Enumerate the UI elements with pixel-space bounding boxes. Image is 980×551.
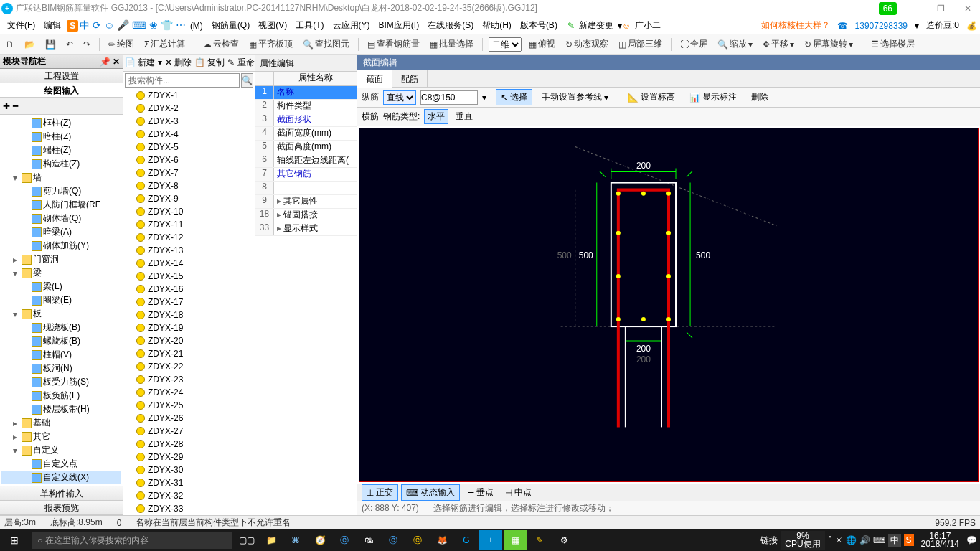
menu-bim[interactable]: BIM应用(I) xyxy=(374,19,424,32)
component-item[interactable]: ZDYX-32 xyxy=(123,489,255,502)
property-row[interactable]: 7其它钢筋 xyxy=(255,168,357,182)
mid-btn[interactable]: ⊣ 中点 xyxy=(501,485,536,500)
draw-btn[interactable]: ✏ 绘图 xyxy=(105,38,137,50)
tree-item[interactable]: 人防门框墙(RF xyxy=(1,198,121,212)
topview-btn[interactable]: ▦ 俯视 xyxy=(526,38,558,50)
ie-icon[interactable]: ⓔ xyxy=(333,530,356,550)
pin-icon[interactable]: 📌 ✕ xyxy=(100,57,120,67)
dyn-btn[interactable]: ↻ 动态观察 xyxy=(562,38,611,50)
sel-floor-btn[interactable]: ☰ 选择楼层 xyxy=(868,38,918,50)
zoom-btn[interactable]: 🔍 缩放 ▾ xyxy=(715,38,755,50)
property-row[interactable]: 5截面高度(mm) xyxy=(255,141,357,154)
tree-item[interactable]: 板受力筋(S) xyxy=(1,375,121,389)
component-item[interactable]: ZDYX-2 xyxy=(123,102,255,115)
tree-item[interactable]: 板洞(N) xyxy=(1,362,121,375)
tray-up-icon[interactable]: ˄ xyxy=(828,535,832,545)
set-elev-btn[interactable]: 📐 设置标高 xyxy=(623,89,680,105)
menu-view[interactable]: 视图(V) xyxy=(254,19,291,32)
tree-item[interactable]: ▸ 其它 xyxy=(1,430,121,443)
component-item[interactable]: ZDYX-11 xyxy=(123,218,255,231)
menu-m[interactable]: (M) xyxy=(186,21,207,31)
ref-line-btn[interactable]: 手动设置参考线 ▾ xyxy=(537,89,613,105)
tree-item[interactable]: 板负筋(F) xyxy=(1,389,121,402)
fullscreen-btn[interactable]: ⛶ 全屏 xyxy=(677,38,710,50)
dyn-input-btn[interactable]: ⌨ 动态输入 xyxy=(401,484,460,501)
xiaoer[interactable]: 广小二 xyxy=(631,19,665,32)
component-item[interactable]: ZDYX-15 xyxy=(123,270,255,283)
tree-item[interactable]: 楼层板带(H) xyxy=(1,402,121,416)
del-rebar-btn[interactable]: 删除 xyxy=(746,89,773,105)
tray-link[interactable]: 链接 xyxy=(760,534,778,547)
tree-item[interactable]: 砌体加筋(Y) xyxy=(1,239,121,253)
add-icon[interactable]: ✚ xyxy=(3,101,10,111)
menu-version[interactable]: 版本号(B) xyxy=(516,19,562,32)
component-item[interactable]: ZDYX-33 xyxy=(123,502,255,515)
tray-vol-icon[interactable]: 🔊 xyxy=(859,535,870,545)
tab-draw-input[interactable]: 绘图输入 xyxy=(0,83,123,98)
store-icon[interactable]: 🛍 xyxy=(357,530,380,550)
taskview-icon[interactable]: ▢▢ xyxy=(235,530,258,550)
component-item[interactable]: ZDYX-9 xyxy=(123,192,255,205)
tab-single-input[interactable]: 单构件输入 xyxy=(0,486,123,501)
horiz-btn[interactable]: 水平 xyxy=(424,109,448,124)
tray-net-icon[interactable]: 🌐 xyxy=(846,535,857,545)
component-item[interactable]: ZDYX-6 xyxy=(123,154,255,166)
edge-icon[interactable]: ⓔ xyxy=(382,530,405,550)
tree-item[interactable]: 框柱(Z) xyxy=(1,116,121,130)
tree-item[interactable]: 柱帽(V) xyxy=(1,348,121,362)
menu-tool[interactable]: 工具(T) xyxy=(291,19,328,32)
component-item[interactable]: ZDYX-18 xyxy=(123,309,255,321)
property-row[interactable]: 1名称 xyxy=(255,86,357,100)
undo-icon[interactable]: ↶ xyxy=(63,39,76,50)
tree-item[interactable]: ▸ 基础 xyxy=(1,416,121,430)
new-component-btn[interactable]: 📄 新建 ▾ xyxy=(125,57,162,69)
component-item[interactable]: ZDYX-30 xyxy=(123,463,255,476)
tree-item[interactable]: 梁(L) xyxy=(1,280,121,293)
tree-item[interactable]: ▸ 门窗洞 xyxy=(1,253,121,266)
app-icon-3[interactable]: 🦊 xyxy=(430,530,453,550)
component-item[interactable]: ZDYX-14 xyxy=(123,257,255,270)
taskbar-search[interactable]: ○ 在这里输入你要搜索的内容 xyxy=(32,532,232,549)
tree-item[interactable]: 自定义点 xyxy=(1,457,121,471)
menu-cloud[interactable]: 云应用(Y) xyxy=(329,19,374,32)
property-row[interactable]: 18▸锚固搭接 xyxy=(255,209,357,222)
perp-btn[interactable]: ⊢ 垂点 xyxy=(463,485,498,500)
tree-item[interactable]: 端柱(Z) xyxy=(1,143,121,157)
del-component-btn[interactable]: ✕ 删除 xyxy=(165,57,192,69)
property-row[interactable]: 33▸显示样式 xyxy=(255,222,357,236)
tree-item[interactable]: 构造柱(Z) xyxy=(1,157,121,171)
property-row[interactable]: 9▸其它属性 xyxy=(255,195,357,209)
tab-project-settings[interactable]: 工程设置 xyxy=(0,69,123,83)
component-item[interactable]: ZDYX-8 xyxy=(123,179,255,192)
component-item[interactable]: ZDYX-3 xyxy=(123,115,255,128)
component-item[interactable]: ZDYX-21 xyxy=(123,347,255,360)
tree-item[interactable]: 圈梁(E) xyxy=(1,293,121,307)
ie2-icon[interactable]: ⓔ xyxy=(406,530,429,550)
pan-btn[interactable]: ✥ 平移 ▾ xyxy=(760,38,797,50)
rebar-spec-input[interactable] xyxy=(420,90,478,105)
cloud-check-btn[interactable]: ☁ 云检查 xyxy=(200,38,242,50)
component-item[interactable]: ZDYX-20 xyxy=(123,334,255,347)
component-item[interactable]: ZDYX-31 xyxy=(123,476,255,489)
save-icon[interactable]: 💾 xyxy=(42,39,59,50)
line-type-select[interactable]: 直线 xyxy=(383,90,416,105)
drawing-canvas[interactable]: 200 500 500 500 200 200 xyxy=(359,128,979,482)
app-icon-4[interactable]: G xyxy=(455,530,478,550)
menu-help[interactable]: 帮助(H) xyxy=(478,19,516,32)
select-btn[interactable]: ↖ 选择 xyxy=(496,89,532,105)
part3d-btn[interactable]: ◫ 局部三维 xyxy=(616,38,665,50)
tree-item[interactable]: 暗梁(A) xyxy=(1,225,121,239)
rotate-btn[interactable]: ↻ 屏幕旋转 ▾ xyxy=(801,38,856,50)
tree-item[interactable]: 暗柱(Z) xyxy=(1,130,121,143)
view-rebar-btn[interactable]: ▤ 查看钢筋量 xyxy=(364,38,423,50)
tree-item[interactable]: ▾ 梁 xyxy=(1,266,121,280)
component-item[interactable]: ZDYX-16 xyxy=(123,283,255,296)
component-item[interactable]: ZDYX-1 xyxy=(123,89,255,102)
tray-ime-icon[interactable]: ⌨ xyxy=(873,535,885,545)
help-link[interactable]: 如何核核柱大样？ xyxy=(761,19,830,32)
app-icon-5[interactable]: + xyxy=(479,530,502,550)
tree-item[interactable]: ▾ 墙 xyxy=(1,171,121,184)
menu-file[interactable]: 文件(F) xyxy=(3,19,39,32)
open-icon[interactable]: 📂 xyxy=(22,39,38,50)
view-2d-select[interactable]: 二维 xyxy=(489,37,522,52)
